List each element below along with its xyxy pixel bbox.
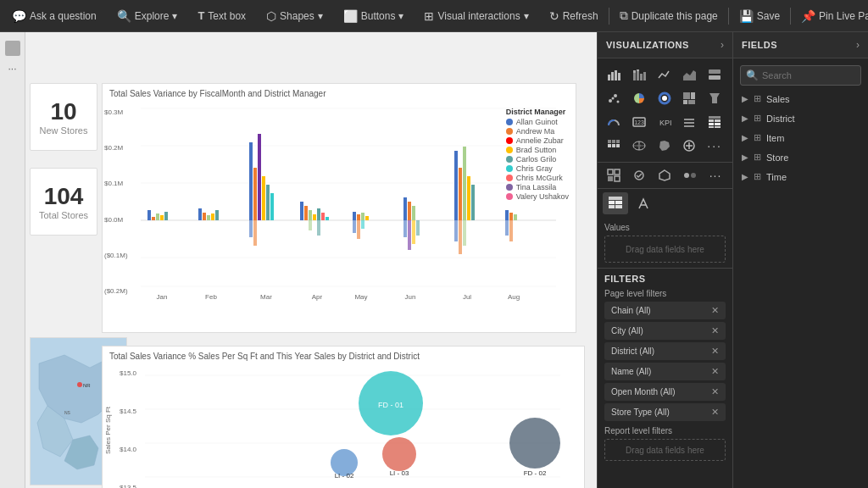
svg-rect-17: [207, 215, 210, 220]
right-panels: VISUALIZATIONS ›: [597, 32, 868, 488]
y-label: $0.3M: [104, 108, 128, 116]
svg-text:NS: NS: [64, 410, 71, 415]
y-axis-label: Sales Per Sq Ft: [103, 363, 118, 488]
svg-rect-144: [615, 205, 622, 208]
bar-chart[interactable]: Total Sales Variance by FiscalMonth and …: [102, 83, 576, 333]
buttons-button[interactable]: ⬜ Buttons ▾: [337, 6, 411, 26]
svg-rect-105: [683, 100, 687, 104]
filter-city[interactable]: City (All) ✕: [604, 322, 726, 340]
close-district-icon[interactable]: ✕: [711, 346, 719, 357]
shapes-button[interactable]: ⬡ Shapes ▾: [259, 6, 330, 26]
viz-panel-title: VISUALIZATIONS: [606, 40, 689, 50]
filter-district[interactable]: District (All) ✕: [604, 342, 726, 360]
viz-icon-area[interactable]: [678, 64, 700, 86]
viz-icon-scatter[interactable]: [603, 87, 625, 109]
svg-rect-61: [514, 214, 517, 220]
report-drag-zone[interactable]: Drag data fields here: [604, 439, 726, 461]
field-item[interactable]: ▶ ⊞ Item: [733, 128, 868, 147]
viz-icon-stacked-bar[interactable]: [628, 64, 650, 86]
field-time[interactable]: ▶ ⊞ Time: [733, 167, 868, 186]
bubble-chart-svg: FD - 01 LI - 02 LI - 03 FD - 02: [145, 363, 560, 488]
duplicate-icon: ⧉: [620, 8, 628, 23]
viz-icon-line[interactable]: [654, 64, 676, 86]
filter-name[interactable]: Name (All) ✕: [604, 363, 726, 380]
fields-panel-expand[interactable]: ›: [856, 39, 860, 51]
viz-icon-slicer[interactable]: [678, 111, 700, 133]
viz-icon-kpi[interactable]: KPI: [654, 111, 676, 133]
close-city-icon[interactable]: ✕: [711, 325, 719, 336]
left-panel: ···: [0, 32, 25, 488]
y-label: $0.0M: [104, 216, 128, 224]
field-store[interactable]: ▶ ⊞ Store: [733, 147, 868, 167]
svg-rect-89: [633, 70, 636, 73]
viz-icon-custom3[interactable]: [628, 164, 650, 186]
filter-open-month[interactable]: Open Month (All) ✕: [604, 383, 726, 401]
explore-button[interactable]: 🔍 Explore ▾: [110, 6, 185, 26]
store-field-icon: ⊞: [754, 152, 761, 163]
viz-icon-ribbon[interactable]: [704, 64, 726, 86]
svg-rect-114: [709, 116, 721, 119]
save-button[interactable]: 💾 Save: [732, 6, 787, 26]
svg-rect-23: [262, 176, 265, 220]
viz-icon-custom4[interactable]: [654, 164, 676, 186]
viz-icon-more[interactable]: ···: [704, 135, 726, 157]
svg-rect-48: [408, 220, 411, 250]
new-stores-label: New Stores: [40, 125, 88, 136]
more-left-icon[interactable]: ···: [8, 63, 16, 75]
viz-format-button[interactable]: [632, 192, 657, 214]
district-field-label: District: [766, 114, 795, 124]
viz-icon-filled-map[interactable]: [654, 135, 676, 157]
separator: [609, 8, 609, 25]
viz-icon-more2[interactable]: ···: [704, 164, 726, 186]
field-sales[interactable]: ▶ ⊞ Sales: [733, 89, 868, 108]
svg-text:Aug: Aug: [508, 293, 520, 301]
svg-text:Mar: Mar: [260, 293, 272, 301]
svg-rect-24: [266, 185, 270, 220]
duplicate-button[interactable]: ⧉ Duplicate this page: [613, 5, 725, 26]
pin-live-button[interactable]: 📌 Pin Live Page: [794, 6, 868, 26]
viz-icon-matrix[interactable]: [603, 135, 625, 157]
viz-icon-funnel[interactable]: [704, 87, 726, 109]
svg-rect-96: [709, 75, 721, 80]
close-chain-icon[interactable]: ✕: [711, 305, 719, 316]
viz-icon-treemap[interactable]: [678, 87, 700, 109]
viz-icon-card[interactable]: 123: [628, 111, 650, 133]
textbox-button[interactable]: T Text box: [191, 6, 253, 25]
viz-icon-custom[interactable]: [678, 135, 700, 157]
filter-store-type[interactable]: Store Type (All) ✕: [604, 403, 726, 421]
viz-icon-table[interactable]: [704, 111, 726, 133]
svg-marker-137: [659, 170, 670, 180]
search-icon: 🔍: [746, 69, 759, 81]
viz-table-view-button[interactable]: [603, 192, 628, 214]
viz-icon-custom5[interactable]: [679, 164, 701, 186]
close-name-icon[interactable]: ✕: [711, 366, 719, 377]
field-district[interactable]: ▶ ⊞ District: [733, 108, 868, 128]
viz-panel-expand[interactable]: ›: [721, 39, 724, 51]
svg-rect-134: [608, 176, 613, 181]
viz-icon-custom2[interactable]: [603, 164, 625, 186]
bubble-chart[interactable]: Total Sales Variance % Sales Per Sq Ft a…: [102, 346, 585, 488]
refresh-button[interactable]: ↻ Refresh: [542, 6, 605, 26]
ask-question-button[interactable]: 💬 Ask a question: [5, 6, 103, 26]
close-store-type-icon[interactable]: ✕: [711, 407, 719, 418]
refresh-label: Refresh: [563, 10, 598, 22]
expand-sales-arrow: ▶: [742, 94, 748, 103]
filter-chain[interactable]: Chain (All) ✕: [604, 302, 726, 319]
svg-rect-43: [361, 220, 364, 229]
svg-rect-87: [618, 73, 620, 80]
viz-icon-map[interactable]: [628, 135, 650, 157]
visual-interactions-button[interactable]: ⊞ Visual interactions ▾: [417, 6, 535, 26]
fields-search-box[interactable]: 🔍: [740, 65, 861, 86]
close-open-month-icon[interactable]: ✕: [711, 386, 719, 397]
ask-question-label: Ask a question: [30, 10, 97, 22]
viz-icon-bar[interactable]: [603, 64, 625, 86]
pin-icon[interactable]: [5, 41, 20, 56]
svg-rect-42: [357, 220, 360, 239]
y-label: ($0.1M): [104, 252, 128, 259]
svg-rect-45: [408, 202, 411, 220]
viz-icon-gauge[interactable]: [603, 111, 625, 133]
fields-search-input[interactable]: [762, 70, 855, 80]
drag-data-zone[interactable]: Drag data fields here: [604, 236, 726, 263]
viz-icon-donut[interactable]: [654, 87, 676, 109]
viz-icon-pie[interactable]: [628, 87, 650, 109]
